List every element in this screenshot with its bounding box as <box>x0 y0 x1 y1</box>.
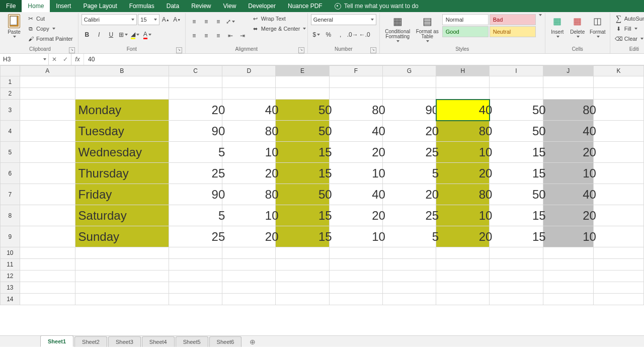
cell[interactable]: 80 <box>329 100 382 121</box>
cell[interactable] <box>543 294 593 305</box>
cell[interactable] <box>169 247 222 259</box>
cell[interactable] <box>329 88 382 100</box>
cell[interactable]: 5 <box>169 142 222 163</box>
cell[interactable] <box>593 226 643 247</box>
decrease-font-button[interactable]: A▼ <box>172 14 182 25</box>
cell[interactable] <box>543 76 593 88</box>
cell[interactable]: Tuesday <box>75 121 169 142</box>
cell[interactable]: 50 <box>276 121 329 142</box>
row-header[interactable]: 14 <box>1 294 20 305</box>
cell[interactable] <box>543 270 593 282</box>
italic-button[interactable]: I <box>94 29 105 40</box>
cell[interactable] <box>543 259 593 270</box>
cell[interactable] <box>20 205 75 226</box>
cell[interactable]: Wednesday <box>75 142 169 163</box>
cell[interactable]: 80 <box>222 184 276 205</box>
column-header[interactable]: H <box>436 66 490 76</box>
cell[interactable] <box>222 270 276 282</box>
cell[interactable] <box>593 121 643 142</box>
cell[interactable] <box>490 270 543 282</box>
wrap-text-button[interactable]: ↩Wrap Text <box>250 14 308 23</box>
row-header[interactable]: 4 <box>1 121 20 142</box>
sheet-tab[interactable]: Sheet2 <box>74 336 107 347</box>
chevron-down-icon[interactable] <box>539 14 542 16</box>
cell[interactable]: 5 <box>382 163 436 184</box>
font-name-select[interactable]: Calibri <box>82 14 137 25</box>
cell[interactable] <box>75 294 169 305</box>
row-header[interactable]: 9 <box>1 226 20 247</box>
cell[interactable]: 20 <box>543 142 593 163</box>
cell[interactable]: 5 <box>169 205 222 226</box>
increase-decimal-button[interactable]: .0→ <box>347 29 358 40</box>
cell[interactable] <box>20 88 75 100</box>
column-header[interactable]: G <box>382 66 436 76</box>
row-header[interactable]: 11 <box>1 259 20 270</box>
cell[interactable] <box>276 88 329 100</box>
formula-input[interactable]: 40 <box>84 54 644 65</box>
column-header[interactable]: E <box>276 66 329 76</box>
row-header[interactable]: 1 <box>1 76 20 88</box>
cell[interactable] <box>593 259 643 270</box>
cell[interactable]: 25 <box>382 142 436 163</box>
tab-review[interactable]: Review <box>185 0 217 12</box>
column-header[interactable]: A <box>20 66 75 76</box>
cell[interactable]: Sunday <box>75 226 169 247</box>
cell[interactable]: 20 <box>382 121 436 142</box>
cell[interactable] <box>20 294 75 305</box>
cell[interactable] <box>20 282 75 294</box>
cell[interactable] <box>329 282 382 294</box>
sheet-tab[interactable]: Sheet5 <box>176 336 208 347</box>
cell[interactable]: Thursday <box>75 163 169 184</box>
cell[interactable] <box>593 247 643 259</box>
cell[interactable] <box>276 294 329 305</box>
insert-cells-button[interactable]: ▦Insert <box>548 14 567 38</box>
cell[interactable]: Monday <box>75 100 169 121</box>
column-header[interactable]: J <box>543 66 593 76</box>
row-header[interactable]: 2 <box>1 88 20 100</box>
cell[interactable] <box>593 205 643 226</box>
align-left-button[interactable]: ≡ <box>189 30 200 41</box>
cell[interactable] <box>20 142 75 163</box>
cell[interactable] <box>20 270 75 282</box>
tab-insert[interactable]: Insert <box>50 0 77 12</box>
style-neutral[interactable]: Neutral <box>490 26 536 37</box>
cell[interactable]: 10 <box>329 163 382 184</box>
cell[interactable]: 20 <box>543 205 593 226</box>
increase-indent-button[interactable]: ⇥ <box>237 30 248 41</box>
spreadsheet-grid[interactable]: ABCDEFGHIJK123Monday20405080904050804Tue… <box>0 65 644 305</box>
cell[interactable] <box>436 259 490 270</box>
cell[interactable] <box>543 88 593 100</box>
cell[interactable] <box>20 100 75 121</box>
cell[interactable] <box>222 76 276 88</box>
row-header[interactable]: 12 <box>1 270 20 282</box>
cell[interactable] <box>329 259 382 270</box>
cell[interactable]: 10 <box>543 226 593 247</box>
cell[interactable]: 15 <box>490 142 543 163</box>
cell[interactable] <box>436 88 490 100</box>
fx-icon[interactable]: fx <box>71 54 84 65</box>
cell[interactable]: 20 <box>436 226 490 247</box>
cell[interactable] <box>593 270 643 282</box>
cell[interactable] <box>593 76 643 88</box>
cell[interactable]: 20 <box>436 163 490 184</box>
cell[interactable] <box>593 100 643 121</box>
cell[interactable] <box>329 247 382 259</box>
sheet-tab[interactable]: Sheet3 <box>108 336 141 347</box>
cell[interactable] <box>436 247 490 259</box>
cell[interactable]: 80 <box>436 121 490 142</box>
cell[interactable] <box>20 247 75 259</box>
cell[interactable]: 25 <box>169 226 222 247</box>
cell[interactable]: 40 <box>543 184 593 205</box>
cell[interactable]: 80 <box>436 184 490 205</box>
format-painter-button[interactable]: 🖌Format Painter <box>25 34 75 43</box>
row-header[interactable]: 13 <box>1 282 20 294</box>
dialog-launcher-icon[interactable]: ↘ <box>370 47 376 53</box>
conditional-formatting-button[interactable]: ▦ Conditional Formatting <box>383 14 413 42</box>
cell[interactable] <box>75 259 169 270</box>
cell[interactable] <box>20 184 75 205</box>
name-box[interactable]: H3 <box>0 54 49 65</box>
cell[interactable]: 20 <box>329 142 382 163</box>
bold-button[interactable]: B <box>82 29 93 40</box>
row-header[interactable]: 3 <box>1 100 20 121</box>
tab-page-layout[interactable]: Page Layout <box>77 0 123 12</box>
